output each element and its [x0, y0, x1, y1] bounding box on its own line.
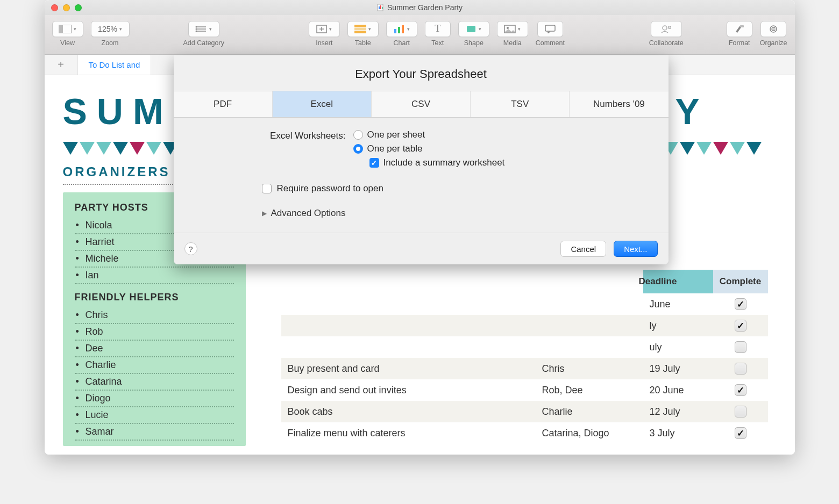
cell-who[interactable]: Charlie [536, 406, 643, 417]
cell-deadline[interactable]: 3 July [643, 428, 713, 439]
cell-task[interactable]: Book cabs [281, 406, 536, 417]
cell-deadline[interactable]: 12 July [643, 406, 713, 417]
export-dialog: Export Your Spreadsheet PDFExcelCSVTSVNu… [174, 55, 669, 264]
cell-complete[interactable] [713, 406, 768, 417]
advanced-options-disclosure[interactable]: ▶ Advanced Options [192, 206, 650, 228]
cell-task[interactable]: Buy present and card [281, 363, 536, 375]
list-item[interactable]: Lucie [75, 407, 234, 424]
format-label: Format [729, 39, 750, 47]
list-item[interactable]: Samar [75, 424, 234, 441]
table-row[interactable]: Buy present and cardChris19 July [281, 358, 768, 379]
cell-complete[interactable] [713, 363, 768, 375]
comment-label: Comment [536, 39, 565, 47]
doc-icon [376, 4, 384, 11]
flag-icon [713, 142, 728, 155]
sheet-tab-1[interactable]: To Do List and [78, 55, 152, 75]
svg-point-11 [196, 30, 197, 32]
help-button[interactable]: ? [184, 242, 197, 255]
cell-complete[interactable] [713, 320, 768, 332]
col-deadline[interactable]: Deadline [643, 270, 713, 293]
cell-deadline[interactable]: ly [643, 320, 713, 332]
cell-complete[interactable] [713, 427, 768, 439]
media-button[interactable]: ▾ [497, 21, 528, 37]
zoom-button[interactable]: 125% ▾ [91, 21, 130, 37]
table-row[interactable]: uly [281, 336, 768, 358]
chevron-down-icon: ▾ [518, 26, 521, 32]
shape-button[interactable]: ▾ [458, 21, 489, 37]
export-format-tabs: PDFExcelCSVTSVNumbers '09 [174, 91, 669, 118]
insert-button[interactable]: ▾ [309, 21, 340, 37]
chart-button[interactable]: ▾ [386, 21, 417, 37]
flag-icon [746, 142, 762, 155]
svg-rect-3 [382, 7, 383, 9]
cell-deadline[interactable]: 20 June [643, 385, 713, 396]
export-tab-tsv[interactable]: TSV [471, 91, 570, 117]
chart-label: Chart [394, 39, 410, 47]
checkbox-icon[interactable] [735, 298, 746, 310]
checkbox-icon[interactable] [735, 406, 746, 417]
table-row[interactable]: Book cabsCharlie12 July [281, 401, 768, 422]
next-button[interactable]: Next... [614, 241, 657, 257]
cell-complete[interactable] [713, 341, 768, 353]
flag-icon [680, 142, 695, 155]
table-row[interactable]: Design and send out invitesRob, Dee20 Ju… [281, 379, 768, 401]
checkbox-icon: ✓ [369, 158, 379, 168]
checkbox-require-password[interactable]: Require password to open [192, 183, 650, 194]
radio-one-per-table[interactable]: One per table [353, 143, 650, 154]
cell-task[interactable]: Design and send out invites [281, 385, 536, 396]
list-item[interactable]: Rob [75, 324, 234, 341]
view-button[interactable]: ▾ [52, 21, 83, 37]
insert-label: Insert [316, 39, 332, 47]
cancel-button[interactable]: Cancel [560, 241, 606, 257]
collaborate-button[interactable] [651, 21, 682, 37]
table-button[interactable]: ▾ [347, 21, 379, 37]
add-category-button[interactable]: ▾ [188, 21, 219, 37]
col-complete[interactable]: Complete [713, 270, 768, 293]
cell-deadline[interactable]: June [643, 299, 713, 310]
collaborate-label: Collaborate [649, 39, 684, 47]
cell-who[interactable]: Rob, Dee [536, 385, 643, 396]
list-item[interactable]: Ian [75, 268, 234, 284]
radio-one-per-sheet[interactable]: One per sheet [353, 129, 650, 140]
export-dialog-footer: ? Cancel Next... [174, 233, 669, 264]
list-item[interactable]: Catarina [75, 374, 234, 391]
list-item[interactable]: Charlie [75, 357, 234, 374]
organize-label: Organize [760, 39, 787, 47]
list-item[interactable]: Diogo [75, 391, 234, 407]
cell-who[interactable]: Catarina, Diogo [536, 428, 643, 439]
text-button[interactable]: T [425, 21, 451, 37]
checkbox-icon[interactable] [735, 384, 746, 396]
radio-icon [353, 144, 363, 154]
cell-who[interactable]: Chris [536, 363, 643, 375]
list-item[interactable]: Dee [75, 341, 234, 357]
list-item[interactable]: Chris [75, 307, 234, 324]
table-row[interactable]: ly [281, 315, 768, 336]
add-sheet-button[interactable]: + [45, 55, 78, 75]
export-tab-pdf[interactable]: PDF [174, 91, 273, 117]
checkbox-icon[interactable] [735, 363, 746, 375]
checkbox-include-summary[interactable]: ✓ Include a summary worksheet [369, 157, 650, 168]
cell-complete[interactable] [713, 384, 768, 396]
svg-rect-24 [545, 25, 555, 31]
export-tab-numbers-09[interactable]: Numbers '09 [570, 91, 668, 117]
table-row[interactable]: Finalize menu with caterersCatarina, Dio… [281, 422, 768, 444]
checkbox-icon[interactable] [735, 427, 746, 439]
cell-deadline[interactable]: 19 July [643, 363, 713, 375]
cell-complete[interactable] [713, 298, 768, 310]
text-icon: T [435, 23, 440, 34]
advanced-options-label: Advanced Options [271, 208, 346, 219]
organize-button[interactable] [760, 21, 786, 37]
cell-deadline[interactable]: uly [643, 342, 713, 353]
table-row[interactable]: Book venueJune [281, 293, 768, 315]
checkbox-icon[interactable] [735, 320, 746, 332]
flag-icon [80, 142, 95, 155]
export-tab-excel[interactable]: Excel [273, 91, 372, 117]
disclosure-triangle-icon: ▶ [262, 210, 267, 217]
format-button[interactable] [727, 21, 752, 37]
export-tab-csv[interactable]: CSV [372, 91, 471, 117]
cell-task[interactable]: Finalize menu with caterers [281, 428, 536, 439]
flag-icon [96, 142, 111, 155]
checkbox-icon[interactable] [735, 341, 746, 353]
comment-button[interactable] [537, 21, 563, 37]
table-label: Table [355, 39, 371, 47]
